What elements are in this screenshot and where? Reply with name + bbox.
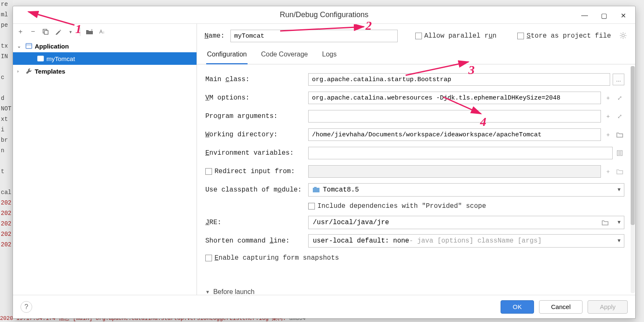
checkbox-icon bbox=[205, 255, 212, 261]
content-pane: Name: Allow parallel run Store as projec… bbox=[197, 24, 635, 295]
tab-bar: Configuration Code Coverage Logs bbox=[197, 46, 635, 64]
expand-icon[interactable]: ⤢ bbox=[615, 112, 624, 121]
scrollbar-thumb[interactable] bbox=[631, 66, 635, 225]
program-args-input[interactable] bbox=[308, 110, 601, 123]
run-debug-dialog: Run/Debug Configurations — ▢ ✕ + − ▾ + bbox=[13, 6, 636, 319]
tree-item-mytomcat[interactable]: myTomcat bbox=[13, 52, 197, 65]
redirect-input-checkbox[interactable]: Redirect input from: bbox=[205, 168, 295, 175]
vm-options-label: VM options: bbox=[205, 94, 308, 102]
application-icon bbox=[37, 56, 44, 61]
classpath-module-label: Use classpath of module: bbox=[205, 186, 308, 194]
minimize-button[interactable]: — bbox=[575, 10, 594, 21]
main-class-input[interactable] bbox=[308, 73, 610, 86]
plus-icon[interactable]: + bbox=[603, 130, 613, 139]
env-vars-input[interactable] bbox=[308, 147, 613, 159]
close-button[interactable]: ✕ bbox=[613, 10, 633, 21]
toolbar-separator bbox=[80, 28, 80, 36]
before-launch-label: Before launch bbox=[213, 288, 255, 295]
tree-node-templates[interactable]: › Templates bbox=[13, 65, 197, 77]
sort-icon[interactable]: A↓ bbox=[98, 28, 106, 36]
module-icon bbox=[313, 187, 319, 193]
chevron-down-icon: ▼ bbox=[205, 289, 210, 294]
jre-value: /usr/local/java/jre bbox=[313, 219, 389, 226]
dropdown-icon[interactable]: ▾ bbox=[66, 28, 75, 36]
add-config-icon[interactable]: + bbox=[16, 28, 25, 36]
tree-label: Templates bbox=[35, 68, 65, 75]
redirect-input-label: Redirect input from: bbox=[205, 168, 308, 175]
checkbox-icon bbox=[415, 33, 422, 39]
svg-line-14 bbox=[625, 33, 626, 34]
svg-line-13 bbox=[625, 37, 626, 38]
chevron-down-icon: ▼ bbox=[618, 220, 621, 225]
before-launch-section[interactable]: ▼ Before launch bbox=[197, 284, 264, 295]
include-provided-checkbox[interactable]: Include dependencies with "Provided" sco… bbox=[308, 202, 486, 210]
dialog-footer: ? OK Cancel Apply bbox=[13, 295, 635, 318]
tree-node-application[interactable]: ⌄ Application bbox=[13, 40, 197, 52]
chevron-right-icon[interactable]: › bbox=[17, 69, 23, 74]
tab-code-coverage[interactable]: Code Coverage bbox=[260, 46, 309, 64]
tab-logs[interactable]: Logs bbox=[321, 46, 337, 64]
classpath-module-select[interactable]: Tomcat8.5 ▼ bbox=[308, 183, 624, 197]
tree-label: myTomcat bbox=[46, 55, 75, 62]
edit-defaults-icon[interactable] bbox=[54, 28, 62, 36]
chevron-down-icon: ▼ bbox=[618, 187, 621, 193]
svg-line-15 bbox=[621, 37, 621, 38]
list-icon[interactable] bbox=[615, 148, 624, 158]
chevron-down-icon: ▼ bbox=[618, 238, 621, 244]
name-label: Name: bbox=[204, 32, 225, 40]
redirect-input-path bbox=[308, 165, 601, 178]
plus-icon[interactable]: + bbox=[603, 112, 613, 121]
shorten-select[interactable]: user-local default: none - java [options… bbox=[308, 234, 624, 248]
shorten-hint: - java [options] className [args] bbox=[409, 237, 542, 245]
plus-icon[interactable]: + bbox=[603, 93, 613, 102]
include-provided-label: Include dependencies with "Provided" sco… bbox=[317, 202, 486, 210]
folder-icon[interactable] bbox=[601, 218, 610, 227]
sidebar: + − ▾ + A↓ ⌄ bbox=[13, 24, 197, 295]
background-editor: reml pe txIN c d NOTxt ibr n t cal202 20… bbox=[0, 0, 13, 322]
config-tree[interactable]: ⌄ Application myTomcat › Templates bbox=[13, 40, 197, 295]
working-dir-label: Working directory: bbox=[205, 131, 308, 138]
maximize-button[interactable]: ▢ bbox=[594, 10, 613, 21]
configuration-form: Main class: ... VM options: + ⤢ bbox=[197, 64, 635, 266]
remove-config-icon[interactable]: − bbox=[29, 28, 37, 36]
env-vars-label: Environment variables: bbox=[205, 149, 308, 157]
folder-icon[interactable] bbox=[615, 130, 624, 139]
working-dir-input[interactable] bbox=[308, 128, 601, 141]
classpath-module-value: Tomcat8.5 bbox=[323, 186, 359, 194]
vm-options-input[interactable] bbox=[308, 92, 601, 104]
apply-button[interactable]: Apply bbox=[588, 300, 628, 314]
jre-label: JRE: bbox=[205, 219, 308, 226]
shorten-label: Shorten command line: bbox=[205, 237, 308, 245]
enable-form-snapshots-checkbox[interactable]: Enable capturing form snapshots bbox=[205, 254, 339, 262]
program-args-label: Program arguments: bbox=[205, 112, 308, 120]
tab-configuration[interactable]: Configuration bbox=[206, 46, 248, 64]
folder-icon bbox=[615, 167, 624, 176]
svg-point-7 bbox=[622, 34, 624, 37]
shorten-value: user-local default: none bbox=[313, 237, 409, 245]
dialog-title: Run/Debug Configurations bbox=[280, 10, 368, 19]
help-button[interactable]: ? bbox=[20, 301, 32, 313]
jre-select[interactable]: /usr/local/java/jre ▼ bbox=[308, 216, 624, 229]
tree-label: Application bbox=[35, 43, 69, 50]
browse-main-class-button[interactable]: ... bbox=[613, 74, 624, 85]
gear-icon[interactable] bbox=[619, 32, 628, 40]
name-input[interactable] bbox=[230, 30, 398, 42]
cancel-button[interactable]: Cancel bbox=[539, 300, 583, 314]
folder-add-icon[interactable]: + bbox=[85, 28, 94, 36]
checkbox-icon bbox=[205, 168, 212, 175]
allow-parallel-checkbox[interactable]: Allow parallel run bbox=[415, 32, 497, 40]
chevron-down-icon[interactable]: ⌄ bbox=[17, 43, 23, 49]
svg-text:+: + bbox=[91, 28, 93, 32]
store-project-file-checkbox[interactable]: Store as project file bbox=[517, 32, 611, 40]
svg-rect-3 bbox=[26, 43, 32, 49]
svg-rect-20 bbox=[313, 188, 319, 192]
application-icon bbox=[26, 43, 32, 49]
copy-config-icon[interactable] bbox=[41, 28, 50, 36]
plus-icon: + bbox=[603, 167, 613, 176]
svg-rect-21 bbox=[314, 187, 317, 188]
titlebar[interactable]: Run/Debug Configurations — ▢ ✕ bbox=[13, 6, 635, 24]
main-class-label: Main class: bbox=[205, 76, 308, 83]
expand-icon[interactable]: ⤢ bbox=[615, 93, 624, 102]
checkbox-icon bbox=[517, 33, 524, 39]
ok-button[interactable]: OK bbox=[501, 300, 534, 314]
